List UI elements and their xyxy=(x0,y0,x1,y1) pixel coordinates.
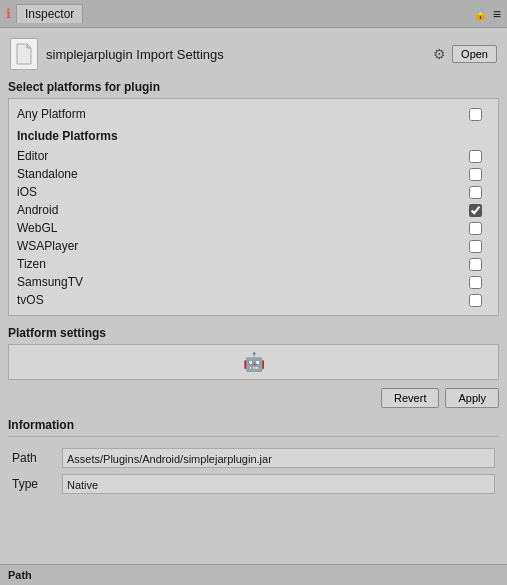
gear-button[interactable]: ⚙ xyxy=(431,44,448,64)
file-header-right: ⚙ Open xyxy=(431,44,497,64)
platform-row-ios: iOS xyxy=(17,183,490,201)
platform-row-tizen: Tizen xyxy=(17,255,490,273)
platform-row-editor: Editor xyxy=(17,147,490,165)
information-heading: Information xyxy=(8,418,499,432)
include-platforms-row: Include Platforms xyxy=(17,123,490,147)
platform-checkbox-tizen[interactable] xyxy=(469,258,482,271)
platform-row-samsungtv: SamsungTV xyxy=(17,273,490,291)
open-button[interactable]: Open xyxy=(452,45,497,63)
type-value: Native xyxy=(62,474,495,494)
platform-row-webgl: WebGL xyxy=(17,219,490,237)
file-title: simplejarplugin Import Settings xyxy=(46,47,224,62)
platforms-heading: Select platforms for plugin xyxy=(8,80,499,94)
type-value-cell: Native xyxy=(58,471,499,497)
platform-label-tizen: Tizen xyxy=(17,257,46,271)
platform-checkbox-samsungtv[interactable] xyxy=(469,276,482,289)
android-tab-icon[interactable]: 🤖 xyxy=(243,351,265,373)
title-bar-left: ℹ Inspector xyxy=(6,4,83,23)
any-platform-label: Any Platform xyxy=(17,107,86,121)
platform-label-editor: Editor xyxy=(17,149,48,163)
title-bar: ℹ Inspector 🔒 ≡ xyxy=(0,0,507,28)
platform-checkbox-standalone[interactable] xyxy=(469,168,482,181)
menu-icon[interactable]: ≡ xyxy=(493,6,501,22)
path-label: Path xyxy=(8,445,58,471)
title-bar-icons: 🔒 ≡ xyxy=(473,6,501,22)
any-platform-checkbox-cell xyxy=(460,108,490,121)
info-row-type: Type Native xyxy=(8,471,499,497)
platform-label-tvos: tvOS xyxy=(17,293,44,307)
any-platform-checkbox[interactable] xyxy=(469,108,482,121)
type-label: Type xyxy=(8,471,58,497)
platform-label-wsaplayer: WSAPlayer xyxy=(17,239,78,253)
platform-box: Any Platform Include Platforms Editor St… xyxy=(8,98,499,316)
platform-row-standalone: Standalone xyxy=(17,165,490,183)
platform-label-ios: iOS xyxy=(17,185,37,199)
inspector-icon: ℹ xyxy=(6,6,11,21)
platform-row-tvos: tvOS xyxy=(17,291,490,309)
platform-settings-heading: Platform settings xyxy=(8,326,499,340)
inspector-tab-label: Inspector xyxy=(25,7,74,21)
any-platform-row: Any Platform xyxy=(17,105,490,123)
platform-label-samsungtv: SamsungTV xyxy=(17,275,83,289)
info-divider xyxy=(8,436,499,437)
buttons-row: Revert Apply xyxy=(8,388,499,408)
platform-settings-box: 🤖 xyxy=(8,344,499,380)
bottom-bar: Path xyxy=(0,564,507,585)
platform-checkbox-android[interactable] xyxy=(469,204,482,217)
info-row-path: Path Assets/Plugins/Android/simplejarplu… xyxy=(8,445,499,471)
platform-label-android: Android xyxy=(17,203,58,217)
lock-icon[interactable]: 🔒 xyxy=(473,7,488,21)
revert-button[interactable]: Revert xyxy=(381,388,439,408)
file-header-left: simplejarplugin Import Settings xyxy=(10,38,224,70)
info-table: Path Assets/Plugins/Android/simplejarplu… xyxy=(8,445,499,497)
path-value: Assets/Plugins/Android/simplejarplugin.j… xyxy=(62,448,495,468)
apply-button[interactable]: Apply xyxy=(445,388,499,408)
path-value-cell: Assets/Plugins/Android/simplejarplugin.j… xyxy=(58,445,499,471)
platform-checkbox-webgl[interactable] xyxy=(469,222,482,235)
include-platforms-label: Include Platforms xyxy=(17,129,118,143)
bottom-bar-label: Path xyxy=(8,569,32,581)
inspector-tab[interactable]: Inspector xyxy=(16,4,83,23)
platform-label-standalone: Standalone xyxy=(17,167,78,181)
platform-checkbox-wsaplayer[interactable] xyxy=(469,240,482,253)
platform-checkbox-ios[interactable] xyxy=(469,186,482,199)
file-icon xyxy=(10,38,38,70)
platform-row-android: Android xyxy=(17,201,490,219)
platform-checkbox-tvos[interactable] xyxy=(469,294,482,307)
file-header: simplejarplugin Import Settings ⚙ Open xyxy=(8,34,499,74)
platform-label-webgl: WebGL xyxy=(17,221,57,235)
main-panel: simplejarplugin Import Settings ⚙ Open S… xyxy=(0,28,507,503)
platform-row-wsaplayer: WSAPlayer xyxy=(17,237,490,255)
platform-checkbox-editor[interactable] xyxy=(469,150,482,163)
